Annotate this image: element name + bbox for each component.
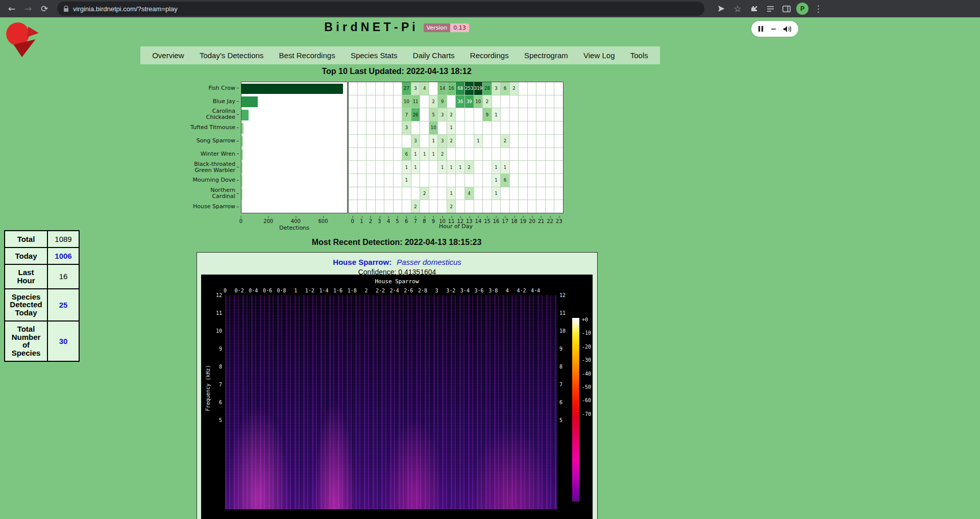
reload-button[interactable]: ⟳	[38, 2, 51, 15]
heatmap-cell-blue-jay-h1	[358, 95, 366, 108]
heatmap-cell-blue-jay-h4	[384, 95, 393, 108]
heatmap-cell-black-throated-green-warbler-h11: 1	[447, 161, 456, 174]
detection-scientific-name[interactable]: Passer domesticus	[397, 258, 461, 266]
stats-value-species-detected-today[interactable]: 25	[47, 289, 79, 321]
heatmap-cell-northern-cardinal-h23	[554, 187, 563, 200]
heatmap-cell-winter-wren-h3	[376, 148, 384, 161]
nav-item-best-recordings[interactable]: Best Recordings	[279, 51, 335, 60]
heatmap-cell-mourning-dove-h8	[420, 174, 429, 187]
spectrogram-time-tick: 0·6	[263, 288, 272, 293]
detection-title-line: House Sparrow:Passer domesticus	[197, 258, 597, 266]
heatmap-cell-blue-jay-h13: 39	[465, 95, 474, 108]
extensions-puzzle-icon[interactable]	[747, 2, 761, 15]
heatmap-cell-song-sparrow-h11: 2	[447, 135, 456, 147]
header-line: B i r d N E T - P iVersion0.13	[0, 20, 793, 34]
detection-species-link[interactable]: House Sparrow:	[333, 258, 391, 266]
heatmap-cell-carolina-chickadee-h20	[528, 108, 536, 121]
nav-item-overview[interactable]: Overview	[152, 51, 184, 60]
heatmap-cell-winter-wren-h7: 1	[411, 148, 420, 161]
spectrogram-time-tick: 2·2	[376, 288, 385, 293]
heatmap-cell-carolina-chickadee-h22	[546, 108, 554, 121]
stats-row-total-number-of-species: Total Number of Species30	[5, 321, 79, 361]
bar-northern-cardinal	[241, 189, 242, 200]
heatmap-cell-northern-cardinal-h12	[456, 187, 464, 200]
pause-icon[interactable]	[757, 26, 764, 32]
most-recent-heading: Most Recent Detection: 2022-04-13 18:15:…	[0, 238, 793, 247]
forward-icon: →	[24, 4, 32, 14]
heatmap-cell-song-sparrow-h14: 1	[474, 135, 483, 147]
lock-icon[interactable]	[63, 6, 69, 12]
address-bar[interactable]: virginia.birdnetpi.com/?stream=play	[57, 2, 704, 16]
heatmap-cell-song-sparrow-h5	[394, 135, 402, 147]
heatmap-cell-song-sparrow-h19	[519, 135, 527, 147]
heatmap-cell-blue-jay-h5	[394, 95, 402, 108]
heatmap-cell-carolina-chickadee-h11: 2	[447, 108, 456, 121]
heatmap-cell-fish-crow-h9	[429, 82, 438, 95]
nav-item-tools[interactable]: Tools	[630, 51, 648, 60]
reading-list-icon[interactable]	[764, 2, 777, 15]
nav-item-species-stats[interactable]: Species Stats	[351, 51, 398, 60]
nav-item-daily-charts[interactable]: Daily Charts	[413, 51, 455, 60]
back-button[interactable]: ←	[5, 2, 18, 15]
heatmap-cell-fish-crow-h3	[376, 82, 384, 95]
heatmap-cell-tufted-titmouse-h11: 1	[447, 121, 456, 134]
heatmap-cell-house-sparrow-h4	[384, 200, 393, 213]
heatmap-cell-house-sparrow-h3	[376, 200, 384, 213]
heatmap-cell-carolina-chickadee-h5	[394, 108, 402, 121]
heatmap-cell-carolina-chickadee-h23	[554, 108, 563, 121]
heatmap-cell-fish-crow-h19	[519, 82, 527, 95]
nav-item-today-s-detections[interactable]: Today's Detections	[200, 51, 263, 60]
heatmap-cell-tufted-titmouse-h3	[376, 121, 384, 134]
hourly-heatmap: 2734141668253319283621011293639102726532…	[348, 82, 564, 213]
heatmap-cell-house-sparrow-h18	[510, 200, 519, 213]
bar-category-winter-wren: Winter Wren	[201, 147, 239, 161]
heatmap-cell-house-sparrow-h19	[519, 200, 527, 213]
url-text: virginia.birdnetpi.com/?stream=play	[73, 5, 178, 13]
nav-item-spectrogram[interactable]: Spectrogram	[524, 51, 568, 60]
heatmap-cell-house-sparrow-h6	[402, 200, 411, 213]
spectrogram-freq-tick-left: 5	[201, 417, 222, 423]
audio-player[interactable]	[751, 21, 798, 37]
heatmap-cell-mourning-dove-h9	[429, 174, 438, 187]
volume-icon[interactable]	[783, 26, 792, 33]
heatmap-cell-house-sparrow-h2	[366, 200, 375, 213]
heatmap-cell-mourning-dove-h19	[519, 174, 527, 187]
heatmap-cell-mourning-dove-h15	[483, 174, 492, 187]
heatmap-cell-house-sparrow-h21	[536, 200, 545, 213]
side-panel-icon[interactable]	[780, 2, 793, 15]
heatmap-cell-winter-wren-h12	[456, 148, 464, 161]
seek-bar[interactable]	[771, 29, 776, 30]
heatmap-cell-house-sparrow-h22	[546, 200, 554, 213]
heatmap-cell-carolina-chickadee-h13	[465, 108, 474, 121]
version-label: Version	[424, 23, 450, 32]
heatmap-cell-song-sparrow-h10: 3	[438, 135, 447, 147]
heatmap-cell-northern-cardinal-h19	[519, 187, 527, 200]
heatmap-cell-northern-cardinal-h8: 2	[420, 187, 429, 200]
stats-value-today[interactable]: 1006	[47, 248, 79, 264]
heatmap-cell-mourning-dove-h4	[384, 174, 393, 187]
heatmap-cell-house-sparrow-h5	[394, 200, 402, 213]
nav-item-recordings[interactable]: Recordings	[470, 51, 509, 60]
heatmap-cell-northern-cardinal-h4	[384, 187, 393, 200]
spectrogram-freq-tick-right: 6	[559, 400, 562, 405]
stats-value-total-number-of-species[interactable]: 30	[47, 321, 79, 361]
nav-item-view-log[interactable]: View Log	[583, 51, 615, 60]
heatmap-cell-fish-crow-h11: 16	[447, 82, 456, 95]
spectrogram-db-tick: -50	[582, 384, 591, 390]
heatmap-cell-black-throated-green-warbler-h16: 1	[492, 161, 501, 174]
spectrogram-image: House Sparrow 00·20·40·60·811·21·41·61·8…	[201, 275, 593, 519]
heatmap-cell-song-sparrow-h16	[492, 135, 501, 147]
heatmap-cell-black-throated-green-warbler-h0	[349, 161, 357, 174]
heatmap-cell-house-sparrow-h9	[429, 200, 438, 213]
heatmap-cell-winter-wren-h13	[465, 148, 474, 161]
bookmark-star-icon[interactable]: ☆	[731, 2, 744, 15]
heatmap-cell-mourning-dove-h13	[465, 174, 474, 187]
heatmap-cell-northern-cardinal-h11: 1	[447, 187, 456, 200]
profile-avatar[interactable]: P	[796, 3, 808, 15]
stats-label-species-detected-today: Species Detected Today	[5, 289, 47, 321]
forward-button[interactable]: →	[21, 2, 35, 15]
send-icon[interactable]	[715, 2, 728, 15]
spectrogram-time-tick: 1	[294, 288, 297, 293]
menu-kebab-icon[interactable]: ⋮	[812, 2, 825, 15]
heatmap-cell-tufted-titmouse-h5	[394, 121, 402, 134]
